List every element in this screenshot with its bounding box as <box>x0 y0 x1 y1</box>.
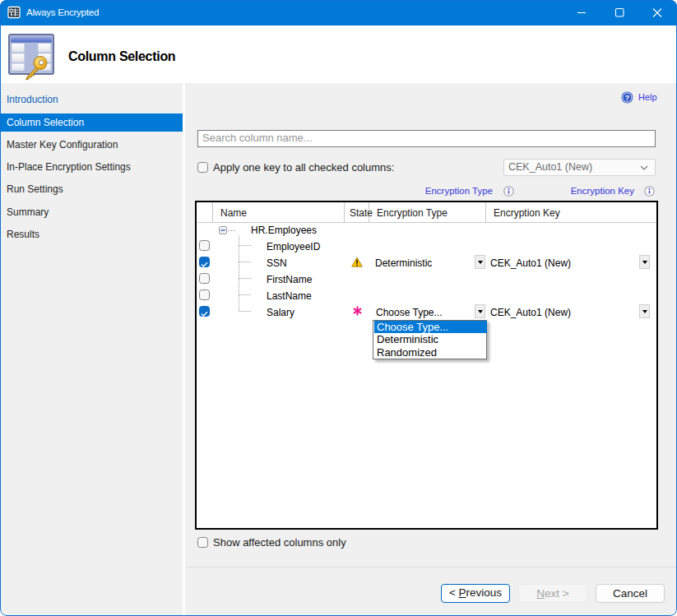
svg-text:?: ? <box>625 93 630 102</box>
